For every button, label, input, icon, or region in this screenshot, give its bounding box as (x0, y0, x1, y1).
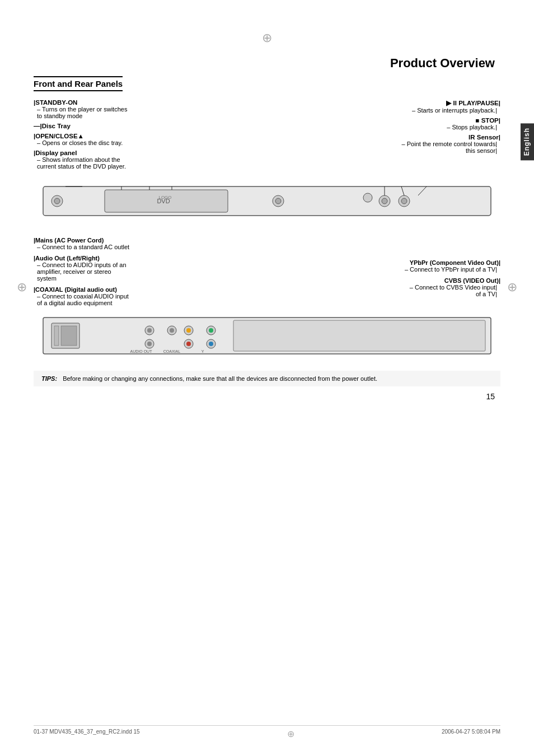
rear-panel-svg: AUDIO OUT COAXIAL Y (38, 309, 496, 360)
svg-point-29 (170, 328, 174, 333)
ir-sensor-desc1: – Point the remote control towards| (267, 141, 500, 147)
disc-tray-title: —|Disc Tray (34, 123, 267, 129)
footer-right: 2006-04-27 5:08:04 PM (442, 729, 500, 739)
svg-point-37 (209, 342, 213, 346)
crosshair-left-icon: ⊕ (17, 280, 27, 295)
audio-out-desc3: system (34, 275, 267, 282)
svg-text:COAXIAL: COAXIAL (163, 349, 180, 353)
play-pause-desc: – Starts or interrupts playback.| (267, 107, 500, 114)
crosshair-top-icon: ⊕ (262, 31, 272, 45)
svg-rect-23 (61, 326, 77, 346)
rear-panel-annotations: |Mains (AC Power Cord) – Connect to a st… (34, 237, 500, 306)
ypbpr-desc: – Connect to YPbPr input of a TV| (267, 266, 500, 273)
footer-left: 01-37 MDV435_436_37_eng_RC2.indd 15 (34, 729, 140, 739)
rear-panel-diagram: AUDIO OUT COAXIAL Y (34, 309, 500, 360)
svg-point-27 (147, 342, 152, 346)
play-pause-label: ▶ II PLAY/PAUSE| – Starts or interrupts … (267, 99, 500, 114)
mains-title: |Mains (AC Power Cord) (34, 237, 267, 244)
cvbs-label: CVBS (VIDEO Out)| – Connect to CVBS Vide… (267, 277, 500, 297)
ir-sensor-label: IR Sensor| – Point the remote control to… (267, 134, 500, 154)
stop-desc: – Stops playback.| (267, 124, 500, 130)
svg-point-33 (186, 342, 191, 346)
ypbpr-title: YPbPr (Component Video Out)| (267, 259, 500, 266)
standby-desc2: to standby mode (34, 113, 267, 119)
svg-point-8 (363, 193, 372, 202)
svg-point-31 (186, 328, 191, 333)
stop-title: ■ STOP| (267, 117, 500, 124)
standby-label: |STANDBY-ON – Turns on the player or swi… (34, 99, 267, 119)
coaxial-desc1: – Connect to coaxial AUDIO input (34, 293, 267, 300)
svg-point-12 (401, 198, 407, 204)
language-tab: English (521, 123, 534, 160)
open-close-desc: – Opens or closes the disc tray. (34, 139, 267, 146)
front-panel-left-labels: |STANDBY-ON – Turns on the player or swi… (34, 99, 267, 170)
ypbpr-label: YPbPr (Component Video Out)| – Connect t… (267, 259, 500, 273)
svg-text:LOGO: LOGO (158, 195, 171, 200)
front-panel-right-labels: ▶ II PLAY/PAUSE| – Starts or interrupts … (267, 99, 500, 170)
section-heading: Front and Rear Panels (34, 76, 123, 91)
front-panel-diagram: DVD LOGO (34, 175, 500, 220)
page: ⊕ ⊕ ⊕ English Product Overview Front and… (0, 0, 534, 756)
crosshair-bottom-icon: ⊕ (287, 729, 294, 739)
page-title: Product Overview (34, 56, 500, 71)
stop-label: ■ STOP| – Stops playback.| (267, 117, 500, 130)
audio-out-label: |Audio Out (Left/Right) – Connect to AUD… (34, 255, 267, 282)
tips-text: Before making or changing any connection… (63, 375, 377, 382)
svg-point-35 (209, 328, 213, 333)
rear-left-labels: |Mains (AC Power Cord) – Connect to a st… (34, 237, 267, 306)
footer: 01-37 MDV435_436_37_eng_RC2.indd 15 ⊕ 20… (34, 725, 500, 739)
display-title: |Display panel (34, 150, 267, 156)
mains-desc: – Connect to a standard AC outlet (34, 244, 267, 250)
coaxial-label: |COAXIAL (Digital audio out) – Connect t… (34, 286, 267, 306)
cvbs-title: CVBS (VIDEO Out)| (267, 277, 500, 284)
front-panel-svg: DVD LOGO (38, 175, 496, 220)
tips-label: TIPS: (41, 375, 57, 382)
ir-sensor-desc2: this sensor| (267, 147, 500, 154)
audio-out-title: |Audio Out (Left/Right) (34, 255, 267, 262)
standby-title: |STANDBY-ON (34, 99, 267, 106)
open-close-label: |OPEN/CLOSE▲ – Opens or closes the disc … (34, 133, 267, 146)
coaxial-desc2: of a digital audio equipment (34, 300, 267, 306)
crosshair-right-icon: ⊕ (507, 280, 517, 295)
audio-out-desc2: amplifier, receiver or stereo (34, 268, 267, 275)
front-panel-annotations: |STANDBY-ON – Turns on the player or swi… (34, 99, 500, 170)
svg-rect-41 (233, 320, 485, 351)
svg-point-7 (275, 198, 281, 204)
standby-desc1: – Turns on the player or switches (34, 106, 267, 113)
display-desc1: – Shows information about the (34, 156, 267, 163)
svg-point-10 (382, 198, 387, 204)
svg-rect-22 (54, 326, 59, 346)
mains-label: |Mains (AC Power Cord) – Connect to a st… (34, 237, 267, 250)
display-panel-label: |Display panel – Shows information about… (34, 150, 267, 170)
svg-text:Y: Y (202, 349, 204, 353)
display-desc2: current status of the DVD player. (34, 163, 267, 170)
play-pause-title: ▶ II PLAY/PAUSE| (267, 99, 500, 107)
rear-panel-section: |Mains (AC Power Cord) – Connect to a st… (34, 237, 500, 360)
tips-box: TIPS: Before making or changing any conn… (34, 371, 500, 386)
open-close-title: |OPEN/CLOSE▲ (34, 133, 267, 139)
svg-point-25 (147, 328, 152, 333)
ir-sensor-title: IR Sensor| (267, 134, 500, 141)
page-number: 15 (34, 392, 500, 401)
cvbs-desc2: of a TV| (267, 291, 500, 297)
svg-point-2 (54, 198, 60, 204)
svg-text:AUDIO OUT: AUDIO OUT (130, 349, 153, 353)
cvbs-desc1: – Connect to CVBS Video input| (267, 284, 500, 291)
coaxial-title: |COAXIAL (Digital audio out) (34, 286, 267, 293)
rear-right-labels: YPbPr (Component Video Out)| – Connect t… (267, 237, 500, 306)
disc-tray-label: —|Disc Tray (34, 123, 267, 129)
audio-out-desc1: – Connect to AUDIO inputs of an (34, 262, 267, 268)
